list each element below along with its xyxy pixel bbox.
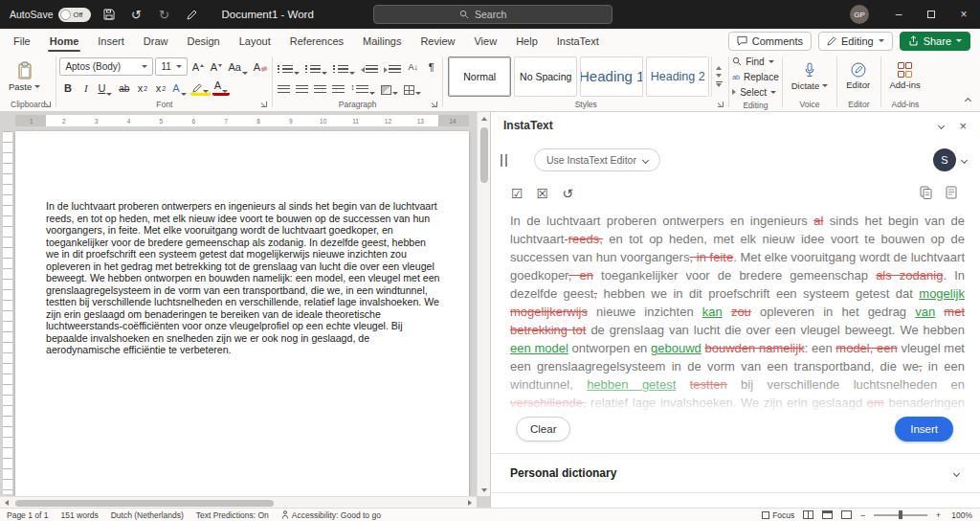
accept-all-icon[interactable]: ☑ [511, 187, 523, 200]
page-indicator[interactable]: Page 1 of 1 [7, 510, 48, 520]
collapse-ribbon-button[interactable] [966, 90, 970, 107]
scroll-down-arrow[interactable] [478, 484, 490, 496]
account-chevron-icon[interactable] [961, 156, 968, 163]
tab-insert[interactable]: Insert [88, 29, 134, 53]
font-size-combo[interactable]: 11 [155, 57, 188, 76]
accessibility-status[interactable]: Accessibility: Good to go [281, 510, 381, 520]
tab-view[interactable]: View [464, 29, 506, 53]
style-no-spacing[interactable]: No Spacing [514, 57, 577, 97]
instatext-account-avatar[interactable]: S [933, 148, 956, 171]
user-avatar[interactable]: GP [850, 5, 869, 24]
styles-gallery-more-button[interactable] [711, 57, 725, 97]
copy-icon[interactable] [920, 186, 932, 202]
style-heading-2[interactable]: Heading 2 [646, 57, 709, 97]
editor-button[interactable]: Editor [840, 61, 876, 91]
text-effects-button[interactable]: A [170, 79, 188, 96]
dictate-button[interactable]: Dictate [786, 61, 835, 92]
dialog-launcher-icon[interactable] [44, 101, 52, 108]
replace-button[interactable]: ab Replace [732, 70, 779, 83]
scroll-up-arrow[interactable] [478, 112, 490, 125]
zoom-out-button[interactable]: – [860, 510, 865, 520]
zoom-in-button[interactable]: + [936, 510, 941, 520]
redo-icon[interactable]: ↻ [155, 5, 174, 24]
align-center-button[interactable] [294, 78, 310, 95]
font-name-combo[interactable]: Aptos (Body) [59, 57, 153, 76]
tab-file[interactable]: File [4, 29, 40, 53]
zoom-level[interactable]: 100% [949, 510, 972, 520]
pen-mode-icon[interactable] [183, 5, 202, 24]
underline-button[interactable]: U [96, 79, 114, 96]
change-case-button[interactable]: Aa [226, 57, 249, 75]
personal-dictionary-row[interactable]: Personal dictionary [491, 454, 980, 492]
dialog-launcher-icon[interactable] [260, 101, 268, 108]
read-mode-icon[interactable] [803, 510, 813, 519]
borders-button[interactable] [402, 78, 423, 95]
select-button[interactable]: Select [732, 85, 779, 99]
search-input[interactable] [475, 9, 526, 20]
show-formatting-button[interactable]: ¶ [423, 57, 439, 75]
style-heading-1[interactable]: Heading 1 [580, 57, 643, 97]
italic-button[interactable]: I [78, 79, 94, 96]
word-count[interactable]: 151 words [60, 510, 98, 520]
superscript-button[interactable]: x2 [152, 79, 168, 96]
search-box[interactable] [373, 5, 612, 24]
strikethrough-button[interactable]: ab [116, 79, 132, 96]
vertical-scrollbar[interactable] [477, 112, 490, 496]
tab-mailings[interactable]: Mailings [353, 29, 411, 53]
save-icon[interactable] [100, 5, 119, 24]
align-right-button[interactable] [312, 78, 328, 95]
use-instatext-editor-button[interactable]: Use InstaText Editor [534, 148, 660, 171]
justify-button[interactable] [330, 78, 346, 95]
print-layout-icon[interactable] [822, 510, 833, 519]
document-paragraph[interactable]: In de luchtvaart proberen ontwerpers en … [15, 131, 469, 356]
text-predictions-indicator[interactable]: Text Predictions: On [196, 510, 269, 520]
bullets-button[interactable] [276, 57, 301, 75]
close-pane-icon[interactable]: × [959, 120, 967, 132]
pause-icon[interactable] [501, 154, 507, 167]
autosave-switch[interactable]: Off [58, 8, 91, 22]
zoom-slider[interactable] [874, 514, 927, 516]
subscript-button[interactable]: x2 [134, 79, 150, 96]
instatext-suggestion-text[interactable]: In de luchtvaart proberen ontwerpers en … [510, 212, 965, 442]
grow-font-button[interactable]: A [189, 57, 206, 75]
dialog-launcher-icon[interactable] [431, 101, 438, 108]
comments-button[interactable]: Comments [728, 32, 812, 51]
dialog-launcher-icon[interactable] [717, 101, 724, 108]
zoom-slider-thumb[interactable] [899, 510, 902, 519]
minimize-button[interactable]: – [882, 0, 915, 29]
find-button[interactable]: Find [732, 55, 779, 68]
sort-button[interactable]: A↓ [405, 57, 421, 75]
tab-draw[interactable]: Draw [134, 29, 178, 53]
maximize-button[interactable] [915, 0, 947, 29]
highlight-button[interactable] [190, 79, 211, 96]
tab-review[interactable]: Review [411, 29, 464, 53]
style-normal[interactable]: Normal [448, 57, 511, 97]
undo-suggestions-icon[interactable]: ↺ [562, 187, 573, 200]
font-color-button[interactable]: A [212, 79, 230, 96]
insert-button[interactable]: Insert [895, 417, 953, 442]
line-spacing-button[interactable]: ↕ [348, 78, 377, 95]
tab-references[interactable]: References [280, 29, 353, 53]
scroll-left-arrow[interactable] [0, 497, 13, 508]
align-left-button[interactable] [276, 78, 292, 95]
vertical-ruler[interactable] [3, 131, 12, 494]
paste-button[interactable]: Paste [3, 60, 46, 93]
vertical-scroll-thumb[interactable] [480, 127, 488, 183]
shrink-font-button[interactable]: A [208, 57, 224, 75]
tab-home[interactable]: Home [40, 29, 89, 53]
horizontal-scroll-thumb[interactable] [15, 500, 274, 507]
language-indicator[interactable]: Dutch (Netherlands) [111, 510, 184, 520]
bold-button[interactable]: B [59, 79, 76, 96]
tab-design[interactable]: Design [177, 29, 229, 53]
document-report-icon[interactable] [946, 186, 957, 202]
tab-instatext[interactable]: InstaText [547, 29, 609, 53]
numbering-button[interactable] [303, 57, 329, 75]
scroll-right-arrow[interactable] [463, 497, 477, 508]
shading-button[interactable] [379, 78, 400, 95]
addins-button[interactable]: Add-ins [884, 61, 926, 91]
web-layout-icon[interactable] [841, 510, 852, 519]
editing-mode-button[interactable]: Editing [818, 32, 893, 51]
tab-layout[interactable]: Layout [230, 29, 280, 53]
horizontal-scrollbar[interactable] [0, 496, 477, 508]
document-page[interactable]: In de luchtvaart proberen ontwerpers en … [15, 131, 469, 496]
